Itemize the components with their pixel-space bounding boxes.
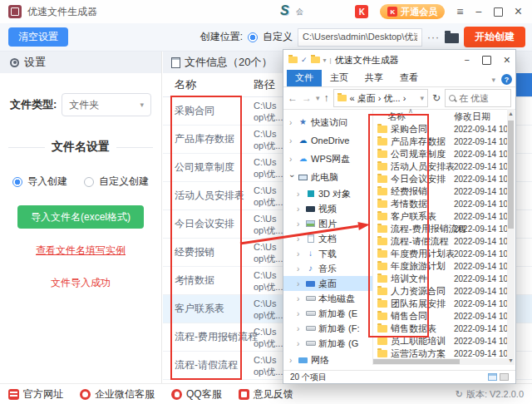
help-icon[interactable]: ? bbox=[501, 74, 512, 85]
tree-item-disk[interactable]: ›新加卷 (E bbox=[283, 306, 372, 321]
view-example-link[interactable]: 查看文件名填写实例 bbox=[0, 244, 161, 258]
footer-link-feedback[interactable]: 意见反馈 bbox=[239, 387, 293, 402]
scrollbar-thumb[interactable] bbox=[373, 359, 460, 364]
explorer-file-row[interactable]: 员工职能培训2022-09-14 10: bbox=[373, 335, 507, 347]
expand-icon[interactable]: › bbox=[289, 356, 295, 365]
explorer-file-row[interactable]: 流程-请假流程2022-09-14 10: bbox=[373, 235, 507, 248]
scroll-down-icon[interactable]: ▼ bbox=[507, 357, 515, 363]
explorer-file-row[interactable]: 培训文件2022-09-14 10: bbox=[373, 273, 507, 285]
expand-icon[interactable]: › bbox=[297, 264, 303, 273]
create-path-input[interactable] bbox=[298, 28, 422, 47]
footer-link-qq-service[interactable]: QQ客服 bbox=[171, 387, 222, 402]
refresh-icon[interactable]: ↻ bbox=[456, 389, 463, 400]
import-create-radio[interactable] bbox=[12, 177, 22, 187]
explorer-file-row[interactable]: 人力资源合同2022-09-14 10: bbox=[373, 285, 507, 298]
tree-item-network[interactable]: ›网络 bbox=[283, 351, 372, 365]
expand-icon[interactable]: › bbox=[297, 324, 303, 333]
expand-icon[interactable]: › bbox=[297, 204, 303, 214]
expand-icon[interactable]: › bbox=[289, 136, 295, 145]
explorer-file-row[interactable]: 团队拓展安排2022-09-14 10: bbox=[373, 298, 507, 310]
menu-tab-主页[interactable]: 主页 bbox=[322, 70, 357, 86]
vertical-scrollbar[interactable]: ▲ ▼ bbox=[507, 109, 515, 365]
up-icon[interactable]: ↑ bbox=[324, 93, 329, 103]
expand-icon[interactable]: › bbox=[297, 294, 303, 303]
tree-item-picture[interactable]: ›图片 bbox=[283, 216, 372, 231]
more-path-button[interactable]: ··· bbox=[427, 32, 440, 43]
custom-location-radio[interactable] bbox=[248, 32, 258, 42]
explorer-file-row[interactable]: 销售合同2022-09-14 10: bbox=[373, 310, 507, 323]
browse-folder-icon[interactable] bbox=[445, 33, 459, 43]
file-type-select[interactable]: 文件夹 ▾ bbox=[62, 93, 151, 116]
start-create-button[interactable]: 开始创建 bbox=[464, 27, 525, 47]
maximize-button[interactable] bbox=[494, 7, 503, 17]
date-column-header[interactable]: 修改日期 bbox=[454, 111, 490, 123]
tree-item-obj3d[interactable]: ›3D 对象 bbox=[283, 186, 372, 201]
back-icon[interactable]: ← bbox=[288, 93, 298, 103]
forward-icon[interactable]: → bbox=[302, 93, 312, 103]
tree-item-star[interactable]: ›★快速访问 bbox=[283, 113, 372, 131]
quick-access-check-icon[interactable]: ✓ bbox=[301, 56, 308, 64]
explorer-file-row[interactable]: 公司规章制度2022-09-14 10: bbox=[373, 148, 507, 160]
import-filenames-button[interactable]: 导入文件名(excel格式) bbox=[17, 205, 144, 229]
tree-item-desktop[interactable]: ›桌面 bbox=[283, 276, 372, 291]
tree-item-pc[interactable]: ›此电脑 bbox=[283, 168, 372, 186]
expand-icon[interactable]: › bbox=[297, 190, 303, 199]
tree-item-document[interactable]: ›文档 bbox=[283, 231, 372, 246]
explorer-file-row[interactable]: 活动人员安排表2022-09-14 10: bbox=[373, 160, 507, 173]
tree-item-video[interactable]: ›视频 bbox=[283, 201, 372, 216]
scroll-up-icon[interactable]: ▲ bbox=[507, 111, 515, 116]
expand-icon[interactable]: › bbox=[297, 234, 303, 244]
tree-item-wps[interactable]: ›☁WPS网盘 bbox=[283, 150, 372, 168]
search-input[interactable]: 在 优速 bbox=[445, 89, 511, 107]
tree-item-disk[interactable]: ›本地磁盘 bbox=[283, 291, 372, 306]
custom-create-radio[interactable] bbox=[84, 177, 94, 187]
tree-item-music[interactable]: ›♪音乐 bbox=[283, 261, 372, 276]
tree-item-onedrive[interactable]: ›☁OneDrive bbox=[283, 131, 372, 150]
expand-icon[interactable]: › bbox=[297, 249, 303, 259]
explorer-file-row[interactable]: 考情数据2022-09-14 10: bbox=[373, 198, 507, 210]
menu-icon[interactable]: ≡ bbox=[456, 6, 463, 17]
footer-link-wechat-service[interactable]: 企业微信客服 bbox=[80, 387, 155, 402]
toolbar-dropdown-icon[interactable]: ▾ bbox=[323, 57, 327, 64]
ribbon-expand-icon[interactable]: ▾ bbox=[491, 76, 495, 84]
explorer-file-row[interactable]: 客户联系表2022-09-14 10: bbox=[373, 210, 507, 223]
scrollbar-thumb[interactable] bbox=[508, 121, 514, 229]
expand-icon[interactable]: › bbox=[297, 279, 303, 288]
tree-item-download[interactable]: ›↓下载 bbox=[283, 246, 372, 261]
explorer-file-row[interactable]: 年度旅游计划2022-09-14 10: bbox=[373, 260, 507, 273]
horizontal-scrollbar[interactable] bbox=[373, 358, 507, 365]
menu-tab-查看[interactable]: 查看 bbox=[392, 70, 426, 86]
refresh-icon[interactable]: ↻ bbox=[432, 93, 441, 103]
thumbnail-view-icon[interactable] bbox=[500, 373, 509, 381]
maximize-button[interactable] bbox=[482, 56, 491, 65]
menu-tab-共享[interactable]: 共享 bbox=[357, 70, 392, 86]
explorer-file-row[interactable]: 采购合同2022-09-14 10: bbox=[373, 123, 507, 135]
address-breadcrumb[interactable]: « 桌面 › 优... › ▾ bbox=[333, 89, 428, 107]
close-button[interactable]: × bbox=[504, 53, 510, 67]
minimize-button[interactable]: − bbox=[475, 6, 481, 17]
details-view-icon[interactable] bbox=[488, 373, 497, 381]
explorer-file-row[interactable]: 产品库存数据2022-09-14 10: bbox=[373, 135, 507, 148]
explorer-file-row[interactable]: 年度费用计划表2022-09-14 10: bbox=[373, 248, 507, 260]
explorer-file-row[interactable]: 今日会议安排2022-09-14 10: bbox=[373, 173, 507, 185]
close-button[interactable]: × bbox=[515, 5, 522, 18]
explorer-file-row[interactable]: 销售数据表2022-09-14 10: bbox=[373, 323, 507, 335]
menu-tab-文件[interactable]: 文件 bbox=[287, 70, 322, 86]
explorer-file-row[interactable]: 流程-费用报销流程2022-09-14 10: bbox=[373, 223, 507, 235]
open-membership-button[interactable]: K开通会员 bbox=[380, 4, 445, 19]
name-column-header[interactable]: 名称 bbox=[373, 111, 406, 123]
footer-link-website[interactable]: 官方网址 bbox=[8, 387, 63, 402]
vip-k-icon[interactable]: K bbox=[355, 5, 368, 18]
expand-icon[interactable]: › bbox=[297, 339, 303, 348]
expand-icon[interactable]: › bbox=[289, 118, 295, 127]
clear-settings-button[interactable]: 清空设置 bbox=[8, 27, 68, 47]
expand-icon[interactable]: › bbox=[297, 219, 303, 229]
tree-item-disk[interactable]: ›新加卷 (G bbox=[283, 336, 372, 351]
explorer-file-row[interactable]: 经费报销2022-09-14 10: bbox=[373, 185, 507, 198]
expand-icon[interactable]: › bbox=[297, 309, 303, 318]
collapse-icon[interactable]: › bbox=[288, 175, 297, 180]
expand-icon[interactable]: › bbox=[289, 155, 295, 164]
minimize-button[interactable]: − bbox=[464, 55, 469, 65]
history-dropdown-icon[interactable]: ▾ bbox=[316, 94, 320, 102]
tree-item-disk[interactable]: ›新加卷 (F: bbox=[283, 321, 372, 336]
